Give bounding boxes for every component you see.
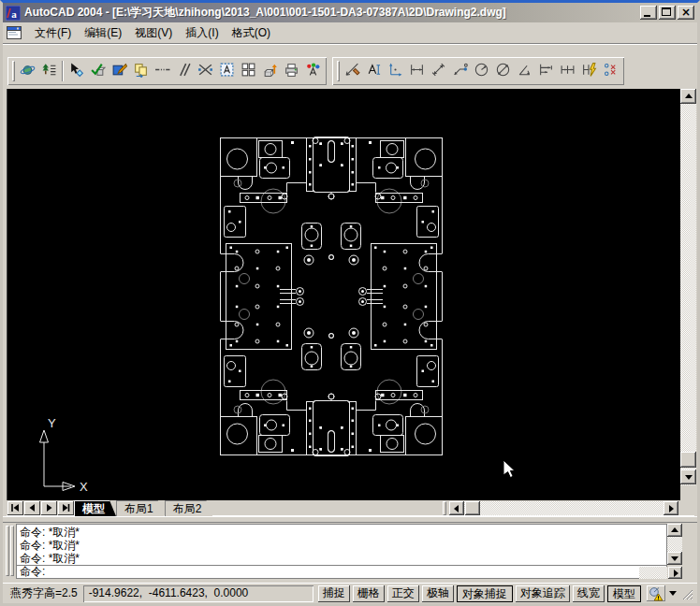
toggle-lineweight[interactable]: 线宽 [573,585,605,602]
command-scroll-down-button[interactable] [667,552,682,565]
communication-center-icon[interactable] [647,585,665,601]
toggle-otrack[interactable]: 对象追踪 [516,585,570,602]
linear-dim-button[interactable] [406,60,428,82]
copy-link-button[interactable] [130,60,152,82]
menu-item-4[interactable]: 格式(O) [226,24,277,41]
planet-button[interactable] [17,60,38,82]
coordinates-display[interactable]: -914.9622, -4611.6423, 0.0000 [83,585,314,602]
maximize-button[interactable] [659,6,676,20]
close-icon: × [678,6,694,20]
extrude-box-button[interactable] [259,60,281,82]
horizontal-scroll-thumb[interactable] [465,501,480,515]
select-filter-button[interactable] [66,60,87,82]
menu-item-1[interactable]: 编辑(E) [78,24,128,41]
command-window-grip[interactable] [6,526,9,576]
radius-dim-icon [474,62,489,80]
menu-item-0[interactable]: 文件(F) [28,24,78,41]
command-hscrollbar[interactable] [639,566,682,579]
plot-printer-icon [284,62,299,80]
close-button[interactable]: × [678,6,694,20]
toolbar-dimension [332,57,624,85]
edit-block-button[interactable] [109,60,130,82]
plot-printer-button[interactable] [281,60,302,82]
tab-model[interactable]: 模型 [74,500,116,516]
tab-layout2[interactable]: 布局2 [165,500,213,516]
command-history-line: 命令: *取消* [20,526,664,539]
toggle-snap[interactable]: 捕捉 [318,585,350,602]
horizontal-scroll-track[interactable] [449,501,678,515]
command-vscrollbar[interactable] [667,524,682,565]
command-history-line: 命令: *取消* [20,552,664,565]
statusbar-menu-arrow[interactable] [669,591,677,596]
horizontal-scrollbar[interactable] [443,501,678,515]
layout-tab-bar: 模型布局1布局2 [7,500,694,516]
tab-last-button[interactable] [58,501,74,515]
vertical-scrollbar[interactable] [680,89,696,500]
toolbar-standard [7,57,327,85]
radius-dim-button[interactable] [471,60,492,82]
render-palette-button[interactable] [302,60,324,82]
ordinate-dim-button[interactable] [385,60,406,82]
command-scroll-up-button[interactable] [667,524,682,537]
text-frame-button[interactable] [216,60,238,82]
aligned-dim-button[interactable] [428,60,449,82]
viewports-button[interactable] [238,60,259,82]
command-scroll-track[interactable] [667,537,682,552]
maximize-icon [662,7,671,16]
dim-style-brush-button[interactable] [342,60,363,82]
dim-edit-button[interactable] [600,60,621,82]
command-hscroll-track[interactable] [639,567,667,579]
command-splitter[interactable] [3,516,697,523]
standards-check-button[interactable] [87,60,109,82]
toggle-model[interactable]: 模型 [607,585,641,602]
autocad-app-icon[interactable]: a [6,6,21,21]
scroll-down-button[interactable] [680,469,696,484]
dim-text-button[interactable] [363,60,385,82]
toggle-polar[interactable]: 极轴 [422,585,454,602]
toolbar-grip[interactable] [12,61,15,81]
menu-item-2[interactable]: 视图(V) [128,24,179,41]
tab-first-button[interactable] [7,501,23,515]
scroll-left-button[interactable] [449,501,464,515]
app-window: a AutoCAD 2004 - [E:\学习天地\zhihong\2013_A… [0,0,700,606]
dim-edit-icon [603,62,619,80]
minimize-button[interactable] [640,6,657,20]
arrow-right-icon [674,570,678,577]
resize-grip[interactable] [680,587,693,600]
scrollbar-grip[interactable] [443,501,446,515]
toggle-osnap[interactable]: 对象捕捉 [457,585,513,602]
angular-dim-button[interactable] [514,60,535,82]
text-frame-icon [219,62,235,80]
tree-view-button[interactable] [38,60,60,82]
select-filter-icon [68,62,84,80]
tab-prev-button[interactable] [24,501,40,515]
toggle-ortho[interactable]: 正交 [387,585,419,602]
quick-dim-button[interactable] [578,60,600,82]
break-cross-button[interactable] [195,60,216,82]
scroll-right-button[interactable] [664,501,678,515]
tab-next-button[interactable] [41,501,57,515]
continue-dim-button[interactable] [557,60,578,82]
leader-button[interactable] [449,60,471,82]
command-history[interactable]: 命令: *取消*命令: *取消*命令: *取消* [16,524,667,565]
centerline-button[interactable] [152,60,173,82]
parallel-lines-button[interactable] [173,60,195,82]
command-prompt[interactable]: 命令: [16,565,667,579]
vertical-scroll-thumb[interactable] [680,452,696,468]
toolbar-grip[interactable] [337,61,340,81]
tab-layout1[interactable]: 布局1 [116,500,165,516]
command-scroll-right-button[interactable] [668,567,682,579]
diameter-dim-button[interactable] [492,60,514,82]
vertical-scroll-track[interactable] [680,104,696,485]
drawing-canvas[interactable]: Y X [7,89,680,500]
menu-item-3[interactable]: 插入(I) [179,24,225,41]
baseline-dim-button[interactable] [535,60,557,82]
dim-text-icon [366,62,382,80]
copy-link-icon [133,62,149,80]
command-window-grip2[interactable] [10,526,14,576]
arrow-down-icon [685,475,693,480]
diameter-dim-icon [495,62,511,80]
document-window-icon[interactable] [7,25,22,40]
toggle-grid[interactable]: 栅格 [353,585,385,602]
scroll-up-button[interactable] [680,89,696,104]
